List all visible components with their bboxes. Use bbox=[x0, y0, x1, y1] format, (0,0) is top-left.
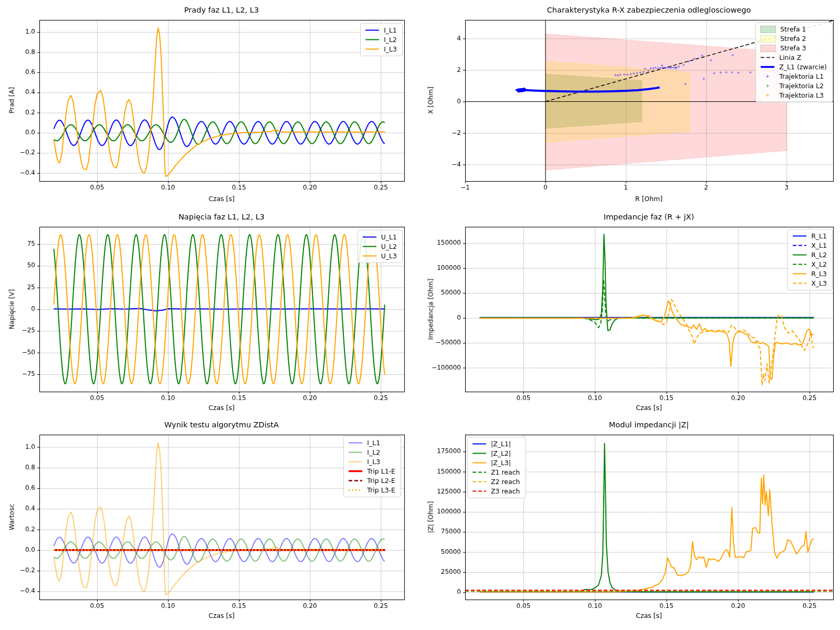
legend-entry: Z_L1 (zwarcie) bbox=[760, 63, 827, 71]
legend-label: I_L1 bbox=[367, 439, 380, 447]
panel-phase-voltages: Napięcia faz L1, L2, L3 Czas [s] Napięci… bbox=[0, 210, 420, 420]
legend-entry: Strefa 3 bbox=[760, 44, 827, 52]
legend-line-swatch bbox=[472, 459, 487, 466]
legend-entry: R_L3 bbox=[792, 270, 827, 278]
legend: U_L1U_L2U_L3 bbox=[358, 230, 403, 263]
legend-label: I_L1 bbox=[384, 26, 397, 34]
legend-marker-swatch bbox=[760, 82, 775, 89]
legend-entry: I_L2 bbox=[365, 36, 397, 44]
chart-title: Modul impedancji |Z| bbox=[609, 421, 689, 429]
legend-entry: Strefa 1 bbox=[760, 25, 827, 33]
legend-line-swatch bbox=[348, 458, 363, 465]
legend-label: X_L3 bbox=[811, 279, 827, 287]
legend-line-swatch bbox=[348, 439, 363, 446]
x-axis-label: Czas [s] bbox=[636, 404, 662, 412]
legend-line-swatch bbox=[348, 477, 363, 484]
legend-line-swatch bbox=[472, 478, 487, 485]
legend-entry: R_L1 bbox=[792, 232, 827, 240]
legend-label: Strefa 3 bbox=[780, 44, 806, 52]
x-axis-label: Czas [s] bbox=[208, 612, 235, 620]
legend-patch-swatch bbox=[760, 35, 776, 43]
legend-entry: R_L2 bbox=[792, 251, 827, 259]
legend-label: Z_L1 (zwarcie) bbox=[779, 63, 827, 71]
y-axis-label: X [Ohm] bbox=[427, 87, 435, 114]
y-axis-label: Napięcie [V] bbox=[8, 289, 16, 329]
legend-entry: I_L1 bbox=[365, 26, 397, 34]
chart-title: Impedancje faz (R + jX) bbox=[604, 213, 694, 221]
matplotlib-figure: Prady faz L1, L2, L3 Czas [s] Prad [A] I… bbox=[0, 0, 840, 630]
legend-label: |Z_L3| bbox=[491, 459, 511, 467]
legend-label: |Z_L2| bbox=[491, 449, 511, 457]
legend-line-swatch bbox=[472, 488, 487, 495]
legend-entry: X_L3 bbox=[792, 279, 827, 287]
legend-entry: U_L1 bbox=[362, 233, 397, 241]
legend-label: Z3 reach bbox=[491, 487, 520, 495]
legend-label: Trajektoria L1 bbox=[779, 72, 824, 80]
panel-phase-currents: Prady faz L1, L2, L3 Czas [s] Prad [A] I… bbox=[0, 0, 420, 210]
legend-label: Trajektoria L2 bbox=[779, 82, 824, 90]
x-axis-label: Czas [s] bbox=[636, 612, 662, 620]
y-axis-label: Prad [A] bbox=[8, 87, 16, 113]
legend-label: Trajektoria L3 bbox=[779, 91, 824, 99]
legend-label: Linia Z bbox=[779, 54, 801, 61]
legend-entry: X_L2 bbox=[792, 260, 827, 268]
chart-title: Wynik testu algorytmu ZDistA bbox=[164, 421, 279, 429]
legend-line-swatch bbox=[472, 440, 487, 447]
legend-entry: I_L3 bbox=[348, 458, 395, 466]
legend-label: U_L2 bbox=[381, 243, 397, 250]
legend-line-swatch bbox=[792, 233, 807, 239]
legend-label: R_L2 bbox=[811, 251, 827, 259]
x-axis-label: R [Ohm] bbox=[635, 195, 663, 203]
legend-entry: Trip L1-E bbox=[348, 467, 395, 475]
legend-line-swatch bbox=[472, 450, 487, 457]
legend: R_L1X_L1R_L2X_L2R_L3X_L3 bbox=[788, 229, 833, 290]
legend-line-swatch bbox=[362, 243, 377, 250]
panel-impedance-modulus: Modul impedancji |Z| Czas [s] |Z| [Ohm] … bbox=[420, 420, 840, 630]
chart-title: Napięcia faz L1, L2, L3 bbox=[178, 213, 265, 221]
panel-rx-characteristic: Charakterystyka R-X zabezpieczenia odleg… bbox=[420, 0, 840, 210]
legend-line-swatch bbox=[348, 487, 363, 494]
legend-line-swatch bbox=[792, 261, 807, 268]
legend-entry: Z2 reach bbox=[472, 478, 520, 486]
legend-marker-swatch bbox=[760, 92, 775, 99]
legend-label: Trip L1-E bbox=[367, 467, 395, 475]
x-axis-label: Czas [s] bbox=[208, 195, 235, 203]
legend-entry: Z3 reach bbox=[472, 487, 520, 495]
legend: I_L1I_L2I_L3Trip L1-ETrip L2-ETrip L3-E bbox=[343, 436, 401, 497]
legend-line-swatch bbox=[348, 449, 363, 456]
legend-entry: X_L1 bbox=[792, 242, 827, 249]
legend-entry: Trajektoria L1 bbox=[760, 72, 827, 80]
legend-entry: Trip L2-E bbox=[348, 477, 395, 485]
legend-entry: Strefa 2 bbox=[760, 35, 827, 43]
legend-line-swatch bbox=[792, 251, 807, 258]
legend-line-swatch bbox=[472, 469, 487, 476]
legend: |Z_L1||Z_L2||Z_L3|Z1 reachZ2 reachZ3 rea… bbox=[467, 437, 526, 498]
legend-patch-swatch bbox=[760, 26, 776, 33]
panel-phase-impedances: Impedancje faz (R + jX) Czas [s] Impedan… bbox=[420, 210, 840, 420]
legend-entry: I_L2 bbox=[348, 448, 395, 456]
legend-entry: Trip L3-E bbox=[348, 486, 395, 494]
phase-impedances-plot-canvas bbox=[420, 210, 840, 420]
legend-line-swatch bbox=[792, 280, 807, 287]
legend-label: I_L2 bbox=[384, 36, 397, 44]
legend-line-swatch bbox=[792, 242, 807, 249]
legend-marker-swatch bbox=[760, 73, 775, 80]
legend-entry: Trajektoria L3 bbox=[760, 91, 827, 99]
legend-label: R_L1 bbox=[811, 232, 827, 240]
y-axis-label: |Z| [Ohm] bbox=[427, 501, 435, 533]
legend-entry: |Z_L1| bbox=[472, 440, 520, 448]
legend-label: R_L3 bbox=[811, 270, 827, 278]
legend-label: I_L2 bbox=[367, 448, 380, 456]
legend-entry: |Z_L3| bbox=[472, 459, 520, 467]
y-axis-label: Impedancja [Ohm] bbox=[427, 279, 435, 340]
legend-label: Strefa 1 bbox=[780, 25, 806, 33]
legend-label: U_L1 bbox=[381, 233, 397, 241]
legend-label: X_L2 bbox=[811, 260, 827, 268]
legend-line-swatch bbox=[362, 234, 377, 240]
legend-line-swatch bbox=[348, 468, 363, 475]
legend-label: X_L1 bbox=[811, 242, 827, 249]
legend-entry: Trajektoria L2 bbox=[760, 82, 827, 90]
legend-label: Z1 reach bbox=[491, 468, 520, 476]
legend-label: U_L3 bbox=[381, 252, 397, 260]
legend-label: Trip L2-E bbox=[367, 477, 395, 485]
